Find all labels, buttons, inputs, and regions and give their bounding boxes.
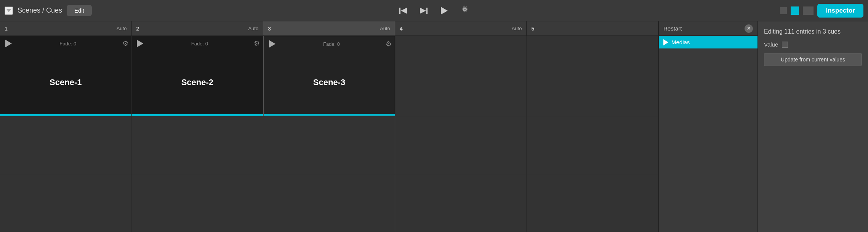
cue-cell-5[interactable] [527,36,658,116]
view-small-button[interactable] [780,7,787,14]
menu-chevron[interactable] [5,6,13,15]
restart-panel: Restart ✕ Medias [658,21,757,232]
cue-cell-2-inner: Fade: 0 ⚙ Scene-2 [132,36,263,116]
scene-name-1: Scene-1 [3,50,128,114]
col-num-2: 2 [136,26,139,32]
edit-button[interactable]: Edit [67,5,92,16]
settings-button[interactable] [460,5,470,16]
restart-close-button[interactable]: ✕ [745,24,753,33]
skip-back-button[interactable] [398,6,408,16]
cue-gear-btn-3[interactable]: ⚙ [386,40,392,48]
editing-info-text: Editing 111 entries in 3 cues [764,27,862,36]
restart-header: Restart ✕ [659,21,757,36]
col-label-4: Auto [512,26,522,31]
cue-cell-r2-1[interactable] [0,116,132,174]
value-row: Value [764,41,862,48]
top-bar: Scenes / Cues Edit [0,0,868,21]
cue-cell-r3-1[interactable] [0,174,132,232]
play-triangle-2 [137,40,143,47]
value-label: Value [764,41,778,48]
cue-top-row-1: Fade: 0 ⚙ [3,38,128,49]
cue-cell-3[interactable]: Fade: 0 ⚙ Scene-3 [263,36,395,116]
cyan-bar-1 [0,114,131,116]
svg-marker-3 [420,8,426,14]
cue-rows: Fade: 0 ⚙ Scene-1 Fade: 0 [0,36,658,232]
column-headers: 1 Auto 2 Auto 3 Auto 4 Auto 5 [0,21,658,36]
col-header-2: 2 Auto [132,21,264,35]
cue-cell-r2-2[interactable] [132,116,264,174]
restart-list: Medias [659,36,757,232]
inspector-button[interactable]: Inspector [817,4,863,18]
update-from-current-button[interactable]: Update from current values [764,53,862,66]
cue-cell-r2-3[interactable] [263,116,395,174]
col-label-1: Auto [117,26,127,31]
play-triangle-3 [269,40,275,48]
restart-item-label: Medias [671,39,690,45]
col-num-1: 1 [5,26,8,32]
inspector-panel: Editing 111 entries in 3 cues Value Upda… [757,21,868,232]
scene-name-2: Scene-2 [135,50,260,114]
view-large-button[interactable] [803,6,814,15]
fade-label-3: Fade: 0 [323,41,340,47]
value-checkbox[interactable] [782,42,788,48]
cue-top-row-3: Fade: 0 ⚙ [267,39,392,49]
col-header-5: 5 [527,21,658,35]
cue-cell-1[interactable]: Fade: 0 ⚙ Scene-1 [0,36,132,116]
svg-marker-0 [6,9,11,12]
fade-label-2: Fade: 0 [191,41,208,47]
fade-label-1: Fade: 0 [59,41,76,47]
col-num-3: 3 [268,26,271,32]
cue-play-btn-2[interactable] [135,38,146,49]
cue-gear-btn-1[interactable]: ⚙ [122,39,128,48]
cue-cell-r3-4[interactable] [395,174,527,232]
cue-row-2 [0,116,658,174]
play-button[interactable] [439,6,449,16]
col-header-3: 3 Auto [263,21,395,35]
cue-cell-r2-4[interactable] [395,116,527,174]
scene-name-3: Scene-3 [267,51,392,114]
col-header-4: 4 Auto [395,21,527,35]
col-header-1: 1 Auto [0,21,132,35]
top-bar-right: Inspector [780,4,863,18]
cue-row-1: Fade: 0 ⚙ Scene-1 Fade: 0 [0,36,658,116]
cue-cell-3-inner: Fade: 0 ⚙ Scene-3 [264,36,395,116]
svg-marker-5 [441,7,448,14]
col-num-4: 4 [400,26,403,32]
breadcrumb-title: Scenes / Cues [18,6,62,14]
cue-gear-btn-2[interactable]: ⚙ [254,39,260,48]
col-label-3: Auto [380,26,390,31]
cue-cell-4[interactable] [395,36,527,116]
cue-cell-r2-5[interactable] [527,116,658,174]
transport-controls [398,5,470,16]
col-num-5: 5 [531,26,534,32]
cyan-bar-3 [264,114,395,116]
skip-forward-button[interactable] [419,6,429,16]
restart-label: Restart [663,25,682,32]
cyan-bar-2 [132,114,263,116]
cue-cell-r3-5[interactable] [527,174,658,232]
col-label-2: Auto [248,26,258,31]
top-bar-left: Scenes / Cues Edit [5,5,92,16]
cue-cell-r3-3[interactable] [263,174,395,232]
view-medium-button[interactable] [791,6,799,15]
cue-row-3 [0,174,658,232]
svg-marker-4 [426,8,428,14]
main-layout: 1 Auto 2 Auto 3 Auto 4 Auto 5 [0,21,868,232]
cue-top-row-2: Fade: 0 ⚙ [135,38,260,49]
cue-cell-r3-2[interactable] [132,174,264,232]
svg-marker-1 [399,8,400,14]
svg-marker-2 [401,8,407,14]
cue-cell-2[interactable]: Fade: 0 ⚙ Scene-2 [132,36,264,116]
restart-item-medias[interactable]: Medias [659,36,757,48]
item-triangle-icon [663,39,668,45]
cue-grid: 1 Auto 2 Auto 3 Auto 4 Auto 5 [0,21,658,232]
cue-play-btn-1[interactable] [3,38,14,49]
cue-play-btn-3[interactable] [267,39,277,49]
cue-cell-1-inner: Fade: 0 ⚙ Scene-1 [0,36,131,116]
play-triangle-1 [5,40,12,47]
